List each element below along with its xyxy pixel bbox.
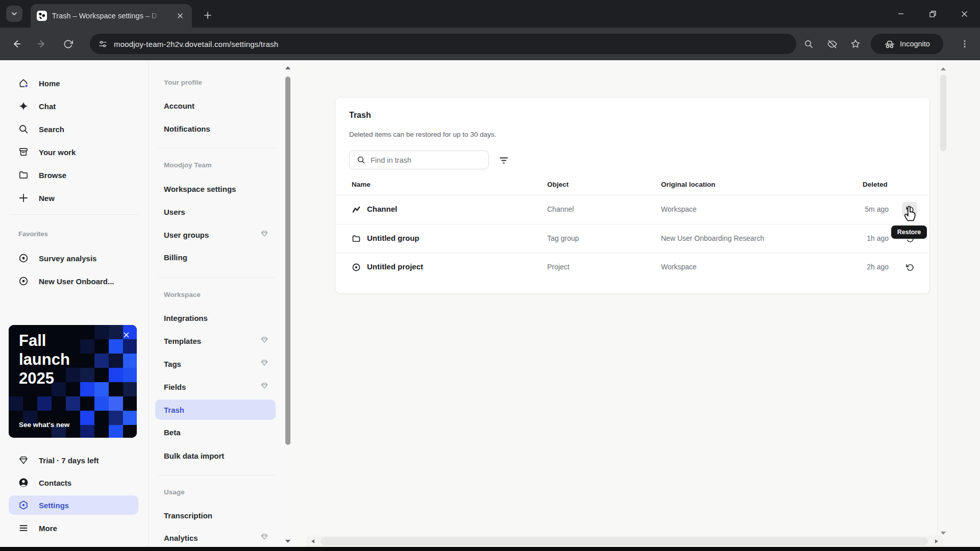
gem-upsell-icon [260,382,268,392]
table-row[interactable]: Untitled group Tag group New User Onboar… [335,224,929,253]
chevron-down-icon [10,10,18,18]
sidebar-item-search[interactable]: Search [9,119,138,139]
settings-nav-label: Transcription [164,511,212,520]
row-location: Workspace [661,205,697,213]
banner-cta-link[interactable]: See what's new [19,421,69,429]
table-row[interactable]: Channel Channel Workspace 5m ago [335,195,929,224]
sidebar-item-home[interactable]: Home [9,73,138,93]
sidebar-item-chat[interactable]: Chat [9,96,138,116]
window-close-button[interactable] [948,0,980,28]
sidebar-item-settings[interactable]: Settings [9,495,138,515]
back-button[interactable] [7,34,26,54]
settings-nav-label: Account [164,102,194,110]
sidebar-item-your-work[interactable]: Your work [9,142,138,162]
bookmark-button[interactable] [846,35,865,53]
sidebar-item-new[interactable]: New [9,188,138,208]
incognito-label: Incognito [900,40,930,48]
settings-nav-item-billing[interactable]: Billing [155,247,276,267]
restore-button[interactable] [902,260,917,275]
settings-nav-item-trash[interactable]: Trash [155,399,276,420]
sidebar-item-trial[interactable]: Trial · 7 days left [9,450,138,470]
settings-nav-item-tags[interactable]: Tags [155,354,276,374]
settings-nav-item-beta[interactable]: Beta [155,422,276,442]
password-hidden-button[interactable] [823,35,841,53]
scroll-up-arrow-icon[interactable] [940,66,947,71]
settings-nav-label: Bulk data import [164,452,224,460]
browser-toolbar: moodjoy-team-2h2v.dovetail.com/settings/… [0,28,980,60]
page-title: Trash [349,111,371,120]
browser-menu-button[interactable] [955,35,974,53]
scroll-right-arrow-icon[interactable] [934,538,939,544]
tab-search-button[interactable] [6,6,22,22]
forward-arrow-icon [37,39,47,49]
scrollbar-thumb[interactable] [940,74,946,151]
settings-nav-label: Fields [164,383,186,391]
settings-nav-item-templates[interactable]: Templates [155,331,276,351]
fall-launch-banner[interactable]: Fall launch 2025 See what's new [9,325,137,438]
settings-section-header: Moodjoy Team [164,161,212,169]
folder-icon [18,170,29,180]
sidebar-item-more[interactable]: More [9,518,138,538]
settings-nav-item-bulk-data-import[interactable]: Bulk data import [155,445,276,466]
search-icon [18,124,29,134]
banner-close-button[interactable] [121,330,131,339]
find-in-trash-input[interactable]: Find in trash [349,151,489,169]
page-vertical-scrollbar[interactable] [937,60,980,551]
sidebar-item-label: Trial · 7 days left [39,456,99,465]
sidebar-item-contacts[interactable]: Contacts [9,473,138,492]
settings-nav-item-notifications[interactable]: Notifications [155,118,276,139]
settings-nav-item-user-groups[interactable]: User groups [155,224,276,245]
row-object: Tag group [547,234,579,242]
browser-tab[interactable]: Trash – Workspace settings – D [31,4,192,28]
person-circle-icon [18,478,29,488]
settings-section-header: Your profile [164,79,202,86]
column-header-deleted: Deleted [863,181,888,193]
sidebar-item-browse[interactable]: Browse [9,165,138,185]
settings-nav-item-workspace-settings[interactable]: Workspace settings [155,179,276,199]
column-header-object: Object [547,181,569,193]
filter-button[interactable] [496,153,512,168]
app-content: Home Chat Search Your work Browse New Fa… [0,60,980,551]
sidebar-item-label: Browse [39,171,66,180]
settings-nav-item-account[interactable]: Account [155,95,276,116]
window-minimize-button[interactable] [885,0,917,28]
scroll-up-arrow-icon[interactable] [284,65,291,70]
scrollbar-thumb[interactable] [285,77,290,445]
page-subtitle: Deleted items can be restored for up to … [349,131,496,138]
scroll-left-arrow-icon[interactable] [310,538,315,544]
settings-nav-scrollbar[interactable] [284,60,292,551]
row-location: New User Onboarding Research [661,234,764,242]
menu-icon [18,523,29,533]
sidebar-favorite-survey-analysis[interactable]: Survey analysis [9,248,138,268]
settings-nav-item-transcription[interactable]: Transcription [155,505,276,525]
url-bar[interactable]: moodjoy-team-2h2v.dovetail.com/settings/… [90,34,796,54]
forward-button[interactable] [32,34,52,54]
incognito-icon [884,40,895,48]
settings-icon [18,500,29,510]
settings-nav-item-integrations[interactable]: Integrations [155,308,276,328]
scrollbar-thumb[interactable] [321,537,928,545]
window-restore-button[interactable] [917,0,948,28]
page-horizontal-scrollbar[interactable] [306,536,943,547]
settings-nav-item-analytics[interactable]: Analytics [155,528,276,548]
star-icon [850,39,861,49]
screen-bottom-strip [0,547,980,551]
mouse-cursor-hand-icon [901,203,918,224]
sidebar-item-label: Contacts [39,479,71,487]
settings-nav-label: Templates [164,337,201,345]
filter-lines-icon [499,155,509,165]
scroll-down-arrow-icon[interactable] [940,531,947,536]
zoom-button[interactable] [799,35,818,53]
settings-nav-divider [158,475,275,475]
settings-nav-item-fields[interactable]: Fields [155,377,276,397]
settings-section-header: Usage [164,488,185,496]
scroll-down-arrow-icon[interactable] [284,539,291,544]
table-row[interactable]: Untitled project Project Workspace 2h ag… [335,253,929,282]
settings-nav-item-users[interactable]: Users [155,202,276,222]
sidebar-favorite-new-user-onboarding[interactable]: New User Onboard... [9,271,138,291]
plus-icon [204,11,212,19]
new-tab-button[interactable] [200,8,215,23]
tab-close-button[interactable] [175,10,186,21]
reload-icon [63,39,73,49]
reload-button[interactable] [58,34,78,54]
